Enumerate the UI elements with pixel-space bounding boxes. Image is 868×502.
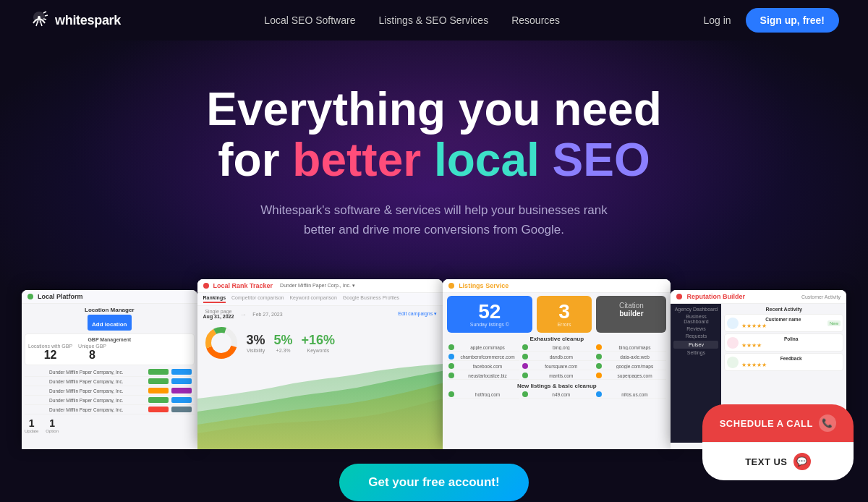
nav-links: Local SEO Software Listings & SEO Servic…: [264, 14, 560, 26]
hero-subtitle: Whitespark's software & services will he…: [253, 200, 615, 239]
hero-better: better: [292, 134, 421, 186]
login-link[interactable]: Log in: [703, 14, 731, 26]
navbar: whitespark Local SEO Software Listings &…: [0, 0, 868, 41]
hero-title-line1: Everything you need: [29, 84, 839, 135]
float-buttons: SCHEDULE A CALL 📞 TEXT US 💬: [702, 404, 854, 480]
logo-text: whitespark: [55, 13, 121, 28]
card2-title: Local Rank Tracker: [213, 282, 273, 289]
screenshot-listings: Listings Service 52 Sunday listings © 3 …: [443, 279, 671, 449]
hero-title: Everything you need for better local SEO: [29, 84, 839, 186]
logo[interactable]: whitespark: [29, 10, 121, 30]
donut-chart: [203, 325, 239, 361]
hero-local: local: [421, 134, 540, 186]
svg-line-2: [43, 12, 46, 13]
svg-line-3: [45, 15, 48, 16]
rank-chart: [197, 364, 443, 449]
chat-icon: 💬: [793, 453, 811, 470]
hero-title-line2: for better local SEO: [29, 135, 839, 185]
nav-listings[interactable]: Listings & SEO Services: [378, 14, 488, 26]
card3-title: Listings Service: [459, 282, 509, 289]
schedule-call-label: SCHEDULE A CALL: [720, 418, 813, 429]
cta-button[interactable]: Get your free account!: [339, 464, 528, 501]
schedule-call-button[interactable]: SCHEDULE A CALL 📞: [702, 404, 854, 442]
svg-line-4: [43, 19, 46, 20]
text-us-label: TEXT US: [745, 456, 787, 467]
text-us-button[interactable]: TEXT US 💬: [702, 442, 854, 480]
card4-title: Reputation Builder: [686, 293, 745, 300]
card1-location-label: Location Manager: [22, 304, 197, 315]
nav-actions: Log in Sign up, free!: [703, 8, 839, 33]
card1-title: Local Platform: [38, 293, 83, 300]
logo-icon: [29, 10, 49, 30]
hero-seo: SEO: [540, 134, 650, 186]
signup-button[interactable]: Sign up, free!: [746, 8, 839, 33]
nav-resources[interactable]: Resources: [511, 14, 560, 26]
svg-point-1: [38, 16, 41, 19]
nav-local-seo[interactable]: Local SEO Software: [264, 14, 355, 26]
screenshot-rank-tracker: Local Rank Tracker Dunder Mifflin Paper …: [197, 279, 443, 449]
hero-for: for: [218, 134, 292, 186]
phone-icon: 📞: [819, 414, 836, 432]
screenshot-local-platform: Local Platform Location Manager Add loca…: [22, 290, 197, 449]
